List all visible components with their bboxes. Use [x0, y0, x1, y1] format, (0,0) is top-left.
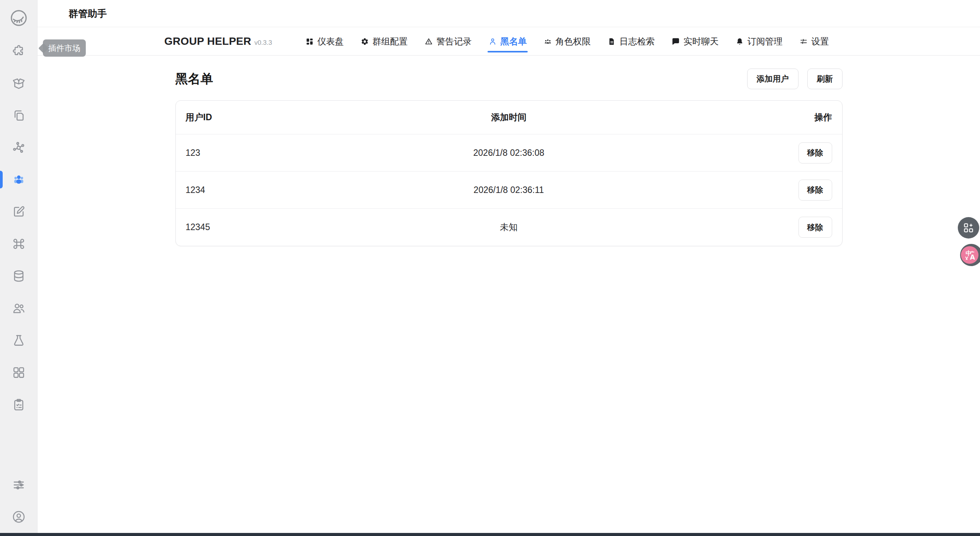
tab-role-permissions[interactable]: 角色权限: [544, 28, 591, 55]
blacklist-table: 用户ID 添加时间 操作 123 2026/1/8 02:36:08 移除 12…: [175, 100, 843, 246]
translate-button[interactable]: 中 A: [960, 244, 980, 266]
brand: GROUP HELPER v0.3.3: [164, 35, 272, 47]
warning-icon: [425, 38, 433, 46]
cell-user-id: 1234: [186, 185, 401, 195]
network-hub-icon: [12, 141, 26, 154]
sliders-icon: [800, 38, 808, 46]
flask-icon: [12, 333, 26, 347]
column-header-added-time: 添加时间: [401, 111, 617, 123]
file-icon: [608, 38, 616, 46]
brand-name: GROUP HELPER: [164, 35, 251, 47]
chat-icon: [672, 38, 680, 46]
edit-pencil-icon: [12, 205, 26, 219]
sidebar-item-command[interactable]: [0, 228, 38, 260]
open-box-icon: [12, 76, 26, 90]
cell-added-time: 未知: [401, 221, 617, 233]
tab-label: 实时聊天: [683, 36, 718, 47]
tab-dashboard[interactable]: 仪表盘: [306, 28, 344, 55]
cell-added-time: 2026/1/8 02:36:08: [401, 148, 617, 158]
svg-text:A: A: [970, 253, 975, 261]
sidebar: [0, 0, 38, 536]
grid-icon: [12, 366, 26, 379]
tab-settings[interactable]: 设置: [800, 28, 829, 55]
tab-label: 群组配置: [372, 36, 407, 47]
table-row: 1234 2026/1/8 02:36:11 移除: [176, 172, 842, 209]
copy-icon: [12, 108, 26, 122]
tab-label: 仪表盘: [317, 36, 344, 47]
group-users-active-icon: [12, 173, 26, 186]
column-header-actions: 操作: [617, 111, 832, 123]
sidebar-item-lab[interactable]: [0, 324, 38, 356]
nav-tabs: 仪表盘 群组配置 警告记录 黑名单 角色权限: [306, 28, 829, 55]
tab-blacklist[interactable]: 黑名单: [489, 28, 527, 55]
column-header-user-id: 用户ID: [186, 111, 401, 123]
table-row: 12345 未知 移除: [176, 209, 842, 246]
window-title: 群管助手: [69, 7, 107, 20]
table-header-row: 用户ID 添加时间 操作: [176, 101, 842, 134]
sidebar-item-edit[interactable]: [0, 196, 38, 228]
person-icon: [489, 38, 497, 46]
page-actions: 添加用户 刷新: [747, 69, 843, 89]
cell-user-id: 12345: [186, 222, 401, 232]
add-user-button[interactable]: 添加用户: [747, 69, 798, 89]
sidebar-item-network[interactable]: [0, 131, 38, 163]
sidebar-item-account[interactable]: [0, 501, 38, 533]
plugin-market-tooltip: 插件市场: [43, 39, 86, 57]
database-icon: [12, 269, 26, 283]
group-icon: [544, 38, 552, 46]
tab-label: 订阅管理: [747, 36, 782, 47]
translate-icon: 中 A: [961, 246, 978, 264]
tab-label: 警告记录: [436, 36, 471, 47]
sidebar-item-tasks[interactable]: [0, 389, 38, 421]
gear-icon: [361, 38, 369, 46]
table-row: 123 2026/1/8 02:36:08 移除: [176, 134, 842, 172]
remove-button[interactable]: 移除: [798, 180, 832, 201]
active-indicator: [0, 171, 3, 188]
tab-group-config[interactable]: 群组配置: [361, 28, 407, 55]
sidebar-item-plugin-market[interactable]: [0, 35, 38, 67]
sidebar-nav: [0, 35, 37, 421]
sidebar-item-preferences[interactable]: [0, 469, 38, 501]
sidebar-item-group-management[interactable]: [0, 163, 38, 196]
tab-warning-log[interactable]: 警告记录: [425, 28, 471, 55]
cell-added-time: 2026/1/8 02:36:11: [401, 185, 617, 195]
sidebar-item-package[interactable]: [0, 67, 38, 99]
tab-label: 日志检索: [619, 36, 654, 47]
bell-icon: [736, 38, 744, 46]
taskbar-edge: [0, 533, 980, 536]
sliders-icon: [12, 478, 26, 492]
tab-log-search[interactable]: 日志检索: [608, 28, 654, 55]
sidebar-item-apps-grid[interactable]: [0, 356, 38, 389]
user-profile-icon: [12, 510, 26, 524]
app-logo-icon[interactable]: [9, 8, 28, 28]
dashboard-icon: [306, 38, 314, 46]
sidebar-bottom: [0, 469, 37, 533]
page-title: 黑名单: [175, 70, 213, 88]
sidebar-item-copy[interactable]: [0, 99, 38, 131]
apps-sparkle-icon: [963, 222, 974, 234]
two-users-icon: [12, 301, 26, 315]
clipboard-checklist-icon: [12, 398, 26, 412]
app-navbar: GROUP HELPER v0.3.3 仪表盘 群组配置 警告记录: [38, 28, 980, 56]
main-content: 黑名单 添加用户 刷新 用户ID 添加时间 操作 123 2026/1/8 02…: [38, 56, 980, 533]
refresh-button[interactable]: 刷新: [807, 69, 843, 89]
page-header: 黑名单 添加用户 刷新: [175, 69, 843, 89]
tab-label: 角色权限: [555, 36, 591, 47]
tab-subscriptions[interactable]: 订阅管理: [736, 28, 782, 55]
sidebar-item-users[interactable]: [0, 292, 38, 324]
brand-version: v0.3.3: [254, 39, 272, 47]
tab-live-chat[interactable]: 实时聊天: [672, 28, 718, 55]
extension-apps-button[interactable]: [958, 217, 979, 239]
remove-button[interactable]: 移除: [798, 217, 832, 238]
remove-button[interactable]: 移除: [798, 142, 832, 163]
sidebar-item-database[interactable]: [0, 260, 38, 292]
tab-label: 黑名单: [500, 36, 527, 47]
puzzle-icon: [12, 44, 26, 58]
command-icon: [12, 237, 26, 251]
window-title-bar: 群管助手: [38, 0, 980, 27]
tab-label: 设置: [811, 36, 829, 47]
cell-user-id: 123: [186, 148, 401, 158]
